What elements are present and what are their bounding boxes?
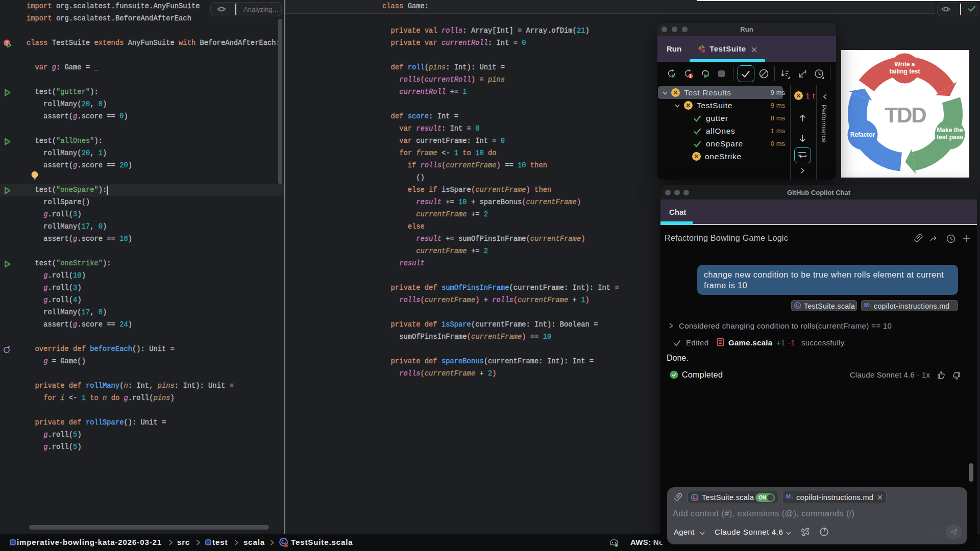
svg-text:TDD: TDD	[885, 103, 926, 127]
svg-text:Refactor: Refactor	[850, 131, 875, 138]
svg-text:failing test: failing test	[889, 68, 920, 75]
svg-text:test pass: test pass	[937, 134, 963, 141]
svg-text:Make the: Make the	[937, 127, 963, 134]
svg-text:Write a: Write a	[895, 61, 915, 68]
